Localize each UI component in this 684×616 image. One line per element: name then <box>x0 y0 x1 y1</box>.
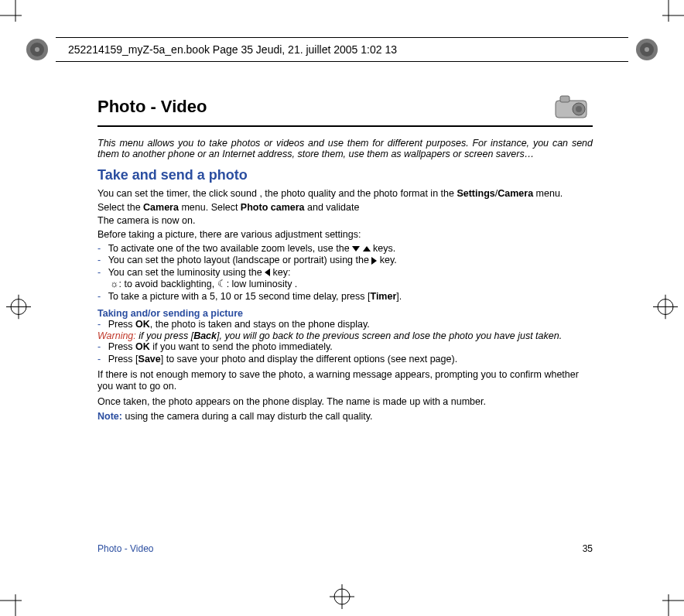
text-bold: Camera <box>143 202 179 213</box>
reg-mark-bottom <box>330 584 354 611</box>
text: ] to save your photo and display the dif… <box>161 354 457 364</box>
list-item: To take a picture with a 5, 10 or 15 sec… <box>110 291 593 303</box>
header-text: 252214159_myZ-5a_en.book Page 35 Jeudi, … <box>56 37 628 62</box>
crop-mark-tr <box>653 0 684 31</box>
page-footer: Photo - Video 35 <box>97 543 593 554</box>
list-item: Press OK if you want to send the photo i… <box>110 341 593 354</box>
text-bold: OK <box>135 319 150 330</box>
para-settings: You can set the timer, the click sound ,… <box>97 188 593 200</box>
text: : to avoid backlighting, <box>118 279 217 289</box>
text-bold: Timer <box>370 291 396 302</box>
note-label: Note: <box>97 411 122 422</box>
text-bold: Back <box>193 330 217 341</box>
list-item: You can set the luminosity using the key… <box>110 267 593 291</box>
svg-point-26 <box>576 106 582 112</box>
print-header: 252214159_myZ-5a_en.book Page 35 Jeudi, … <box>25 36 659 63</box>
svg-point-19 <box>35 47 39 52</box>
page-title: Photo - Video <box>97 97 207 117</box>
text: You can set the luminosity using the <box>108 267 265 278</box>
text: To activate one of the two available zoo… <box>108 243 352 254</box>
list-item: Press [Save] to save your photo and disp… <box>110 354 593 366</box>
subheading: Taking and/or sending a picture <box>97 308 593 319</box>
text-bold: OK <box>135 341 150 352</box>
backlight-icon: ☼ <box>110 279 118 289</box>
text: , the photo is taken and stays on the ph… <box>150 319 370 330</box>
para-before: Before taking a picture, there are vario… <box>97 229 593 241</box>
list-item: To activate one of the two available zoo… <box>110 243 593 255</box>
text-bold: Photo camera <box>241 202 305 213</box>
text: key: <box>270 267 290 278</box>
list-item: You can set the photo layout (landscape … <box>110 255 593 267</box>
section-heading: Take and send a photo <box>97 167 593 183</box>
warning-line: Warning: if you press [Back], you will g… <box>97 330 593 341</box>
up-arrow-icon <box>363 246 371 252</box>
note-line: Note: using the camera during a call may… <box>97 411 593 423</box>
adjustment-list: To activate one of the two available zoo… <box>97 243 593 303</box>
text: Press <box>108 319 135 330</box>
text: ], you will go back to the previous scre… <box>217 330 562 341</box>
svg-point-22 <box>645 47 649 52</box>
intro-text: This menu allows you to take photos or v… <box>97 138 593 159</box>
text: You can set the photo layout (landscape … <box>108 255 372 265</box>
camera-icon <box>552 93 593 121</box>
text-bold: Save <box>139 354 161 364</box>
low-light-icon: ☾ <box>217 279 227 289</box>
reg-mark-left <box>6 295 31 322</box>
crop-mark-br <box>653 585 684 616</box>
para-camera-on: The camera is now on. <box>97 215 593 228</box>
text: Select the <box>97 202 143 213</box>
warning-label: Warning: <box>97 330 136 341</box>
para-select: Select the Camera menu. Select Photo cam… <box>97 202 593 214</box>
footer-section: Photo - Video <box>97 543 154 554</box>
text: You can set the timer, the click sound ,… <box>97 188 457 199</box>
para-name: Once taken, the photo appears on the pho… <box>97 396 593 409</box>
para-memory: If there is not enough memory to save th… <box>97 369 593 393</box>
crop-mark-tl <box>0 0 31 31</box>
reg-mark-right <box>653 295 678 322</box>
text: keys. <box>371 243 396 254</box>
sending-list: Press OK, the photo is taken and stays o… <box>97 319 593 331</box>
text-bold: Settings <box>457 188 494 199</box>
sending-list-2: Press OK if you want to send the photo i… <box>97 341 593 365</box>
crop-mark-bl <box>0 585 31 616</box>
text: and validate <box>305 202 360 213</box>
text: menu. Select <box>179 202 241 213</box>
text: using the camera during a call may distu… <box>122 411 373 422</box>
svg-rect-24 <box>560 96 569 102</box>
text: To take a picture with a 5, 10 or 15 sec… <box>108 291 371 302</box>
list-item: Press OK, the photo is taken and stays o… <box>110 319 593 331</box>
down-arrow-icon <box>352 246 360 252</box>
text-bold: Camera <box>498 188 533 199</box>
text: Press [ <box>108 354 139 364</box>
header-ornament-right <box>634 37 659 62</box>
text: Press <box>108 341 135 352</box>
text: : low luminosity . <box>227 279 298 289</box>
page-content: Photo - Video This menu allows you to ta… <box>97 93 593 425</box>
text: if you press [ <box>136 330 193 341</box>
header-ornament-left <box>25 37 50 62</box>
text: menu. <box>533 188 563 199</box>
footer-page-number: 35 <box>583 543 593 554</box>
text: if you want to send the photo immediatel… <box>150 341 333 352</box>
text: key. <box>377 255 396 265</box>
text: ]. <box>396 291 402 302</box>
